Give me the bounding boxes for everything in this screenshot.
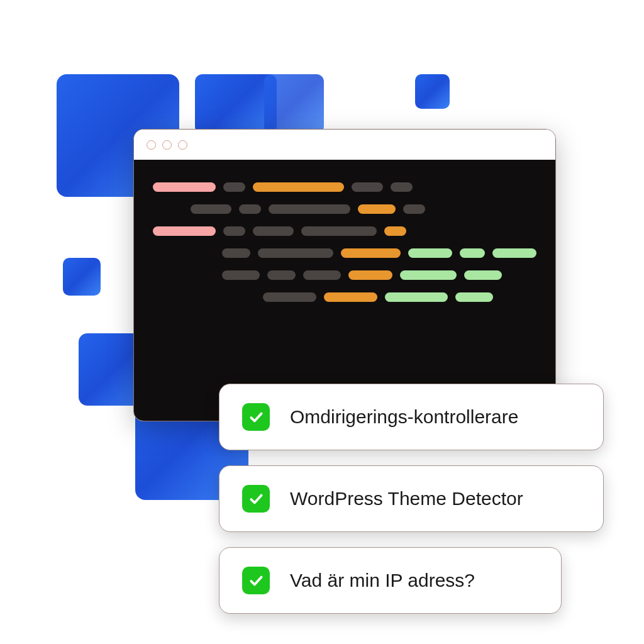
feature-card-ip-address[interactable]: Vad är min IP adress?	[219, 547, 562, 614]
window-control-close-icon[interactable]	[147, 140, 156, 150]
feature-card-redirect-checker[interactable]: Omdirigerings-kontrollerare	[219, 384, 604, 450]
feature-label: Vad är min IP adress?	[290, 570, 475, 591]
check-icon	[242, 403, 270, 431]
decorative-square	[63, 258, 101, 296]
window-titlebar	[134, 130, 555, 160]
decorative-square	[415, 74, 450, 109]
code-line	[153, 270, 536, 280]
code-body	[134, 160, 555, 421]
code-line	[153, 182, 536, 192]
decorative-square	[264, 74, 324, 134]
code-line	[153, 248, 536, 258]
code-editor-window	[133, 129, 556, 421]
code-line	[153, 292, 536, 302]
code-line	[153, 226, 536, 236]
illustration-canvas: Omdirigerings-kontrollerare WordPress Th…	[0, 0, 644, 644]
check-icon	[242, 485, 270, 513]
code-line	[153, 204, 536, 214]
feature-card-theme-detector[interactable]: WordPress Theme Detector	[219, 465, 604, 532]
window-control-minimize-icon[interactable]	[162, 140, 172, 150]
feature-label: WordPress Theme Detector	[290, 488, 523, 509]
check-icon	[242, 567, 270, 594]
window-control-maximize-icon[interactable]	[178, 140, 187, 150]
feature-label: Omdirigerings-kontrollerare	[290, 406, 518, 428]
